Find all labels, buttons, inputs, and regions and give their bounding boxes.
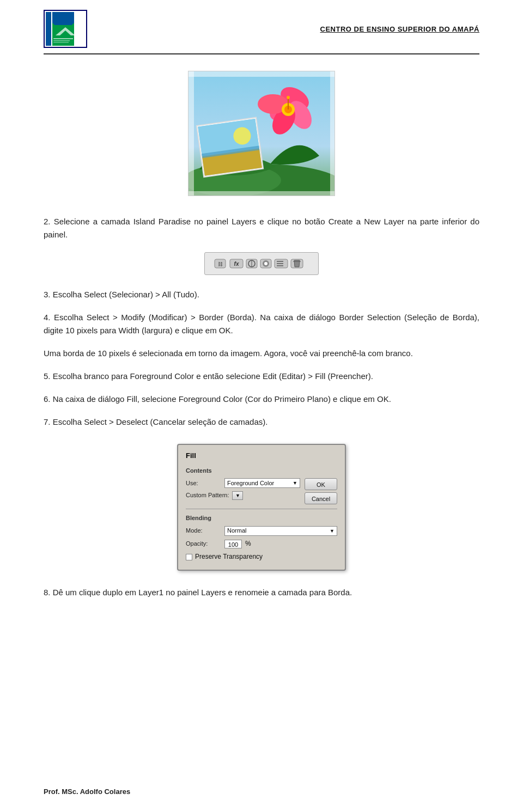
fill-dialog: Fill Contents Use: Foreground Color ▼	[177, 444, 346, 571]
mode-arrow: ▼	[330, 527, 335, 535]
step-8-para: 8. Dê um clique duplo em Layer1 no paine…	[44, 586, 479, 599]
header: CENTRO DE ENSINO SUPERIOR DO AMAPÁ	[44, 0, 479, 54]
divider-1	[186, 509, 337, 509]
svg-rect-1	[46, 12, 51, 46]
svg-rect-7	[53, 40, 70, 41]
step-6-number: 6.	[44, 394, 51, 404]
step-2-text: Selecione a camada Island Paradise no pa…	[44, 217, 479, 239]
opacity-value: 100	[228, 541, 238, 548]
step-4b-text: Uma borda de 10 pixels é selecionada em …	[44, 349, 413, 358]
use-label: Use:	[186, 479, 221, 489]
mode-row: Mode: Normal ▼	[186, 526, 337, 536]
step-8-text: Dê um clique duplo em Layer1 no painel L…	[53, 588, 352, 597]
step-4-number: 4.	[44, 313, 51, 322]
svg-point-26	[287, 96, 290, 99]
footer: Prof. MSc. Adolfo Colares	[44, 787, 130, 796]
logo-area	[44, 10, 87, 48]
fill-dialog-container: Fill Contents Use: Foreground Color ▼	[44, 444, 479, 571]
fill-buttons: OK Cancel	[305, 478, 337, 504]
step-4b-para: Uma borda de 10 pixels é selecionada em …	[44, 347, 479, 360]
svg-rect-30	[330, 71, 335, 196]
logo	[44, 10, 87, 48]
svg-text:fx: fx	[234, 261, 239, 267]
step-5-number: 5.	[44, 371, 51, 381]
page: CENTRO DE ENSINO SUPERIOR DO AMAPÁ	[0, 0, 523, 812]
use-value: Foreground Color	[227, 479, 274, 489]
top-image-container	[44, 71, 479, 200]
custom-label: Custom Pattern:	[186, 491, 229, 500]
svg-rect-27	[188, 71, 335, 77]
step-8-number: 8.	[44, 588, 51, 597]
svg-rect-28	[188, 191, 335, 196]
svg-rect-8	[53, 42, 69, 43]
step-6-para: 6. Na caixa de diálogo Fill, selecione F…	[44, 393, 479, 406]
blending-label: Blending	[186, 514, 337, 523]
svg-point-40	[264, 262, 267, 265]
opacity-input[interactable]: 100	[224, 540, 242, 548]
step-7-para: 7. Escolha Select > Deselect (Cancelar s…	[44, 416, 479, 429]
fill-dialog-title: Fill	[186, 450, 337, 462]
mode-label: Mode:	[186, 526, 221, 536]
step-5-text: Escolha branco para Foreground Color e e…	[53, 371, 373, 381]
opacity-row: Opacity: 100 %	[186, 539, 337, 549]
step-7-text: Escolha Select > Deselect (Cancelar sele…	[53, 417, 268, 426]
preserve-label: Preserve Transparency	[195, 552, 263, 562]
step-2-number: 2.	[44, 217, 54, 226]
mode-value: Normal	[227, 526, 246, 536]
step-3-number: 3.	[44, 290, 53, 299]
step-3-para: 3. Escolha Select (Selecionar) > All (Tu…	[44, 288, 479, 301]
preserve-transparency-row: Preserve Transparency	[186, 552, 337, 562]
use-row: Use: Foreground Color ▼	[186, 478, 300, 488]
custom-pattern-row: Custom Pattern: ▼	[186, 491, 300, 500]
content: 2. Selecione a camada Island Paradise no…	[44, 71, 479, 599]
use-select-arrow: ▼	[293, 479, 297, 487]
step-6-text: Na caixa de diálogo Fill, selecione Fore…	[53, 394, 391, 404]
mode-select[interactable]: Normal ▼	[224, 526, 337, 536]
svg-rect-6	[53, 38, 73, 39]
step-3-text: Escolha Select (Selecionar) > All (Tudo)…	[53, 290, 199, 299]
opacity-label: Opacity:	[186, 539, 221, 549]
step-4-para: 4. Escolha Select > Modify (Modificar) >…	[44, 311, 479, 337]
step-5-para: 5. Escolha branco para Foreground Color …	[44, 370, 479, 383]
toolbar-box: ⛓ fx	[204, 252, 319, 275]
step-7-number: 7.	[44, 417, 51, 426]
svg-text:⛓: ⛓	[218, 261, 223, 267]
toolbar-image: ⛓ fx	[44, 252, 479, 275]
cancel-button[interactable]: Cancel	[305, 492, 337, 504]
photoshop-image	[188, 71, 335, 196]
svg-rect-29	[188, 71, 194, 196]
contents-label: Contents	[186, 466, 337, 476]
step-2-para: 2. Selecione a camada Island Paradise no…	[44, 215, 479, 241]
preserve-checkbox[interactable]	[186, 554, 192, 560]
ok-button[interactable]: OK	[305, 478, 337, 490]
footer-text: Prof. MSc. Adolfo Colares	[44, 787, 130, 796]
use-select[interactable]: Foreground Color ▼	[224, 478, 300, 488]
step-4-text: Escolha Select > Modify (Modificar) > Bo…	[44, 313, 479, 335]
header-title: CENTRO DE ENSINO SUPERIOR DO AMAPÁ	[320, 25, 479, 33]
percent-sign: %	[245, 539, 251, 549]
custom-pattern-btn[interactable]: ▼	[232, 491, 243, 500]
